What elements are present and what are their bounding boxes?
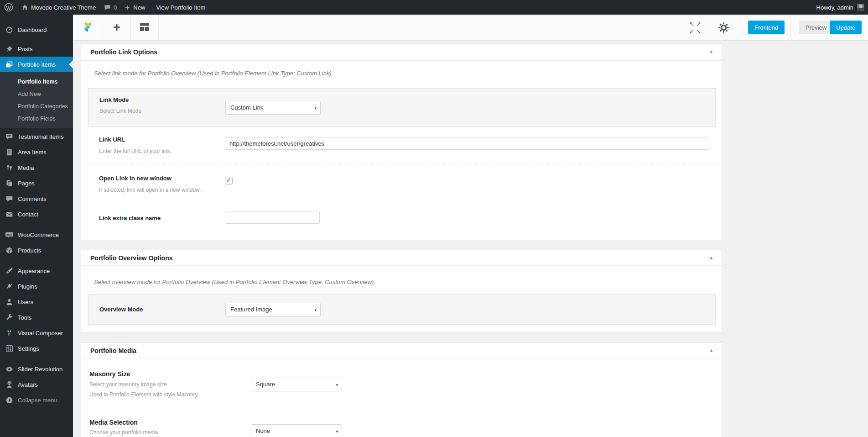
sidebar-item-collapse-menu[interactable]: Collapse menu bbox=[0, 392, 73, 408]
media-selection-hint: Choose your portfolio media. bbox=[89, 429, 159, 436]
sidebar-item-avatars[interactable]: Avatars bbox=[0, 377, 73, 392]
layout-template-icon bbox=[140, 23, 150, 33]
main-content: + ↖ ↗ ↙ ↘ Frontend Preview Update Portfo… bbox=[73, 15, 868, 437]
link-url-input[interactable] bbox=[225, 137, 708, 150]
sidebar-item-slider-revolution[interactable]: Slider Revolution bbox=[0, 361, 73, 377]
howdy-label: Howdy, admin bbox=[816, 4, 853, 11]
preview-button[interactable]: Preview bbox=[799, 21, 833, 34]
portfolio-submenu: Portfolio Items Add New Portfolio Catego… bbox=[0, 72, 73, 128]
submenu-portfolio-categories[interactable]: Portfolio Categories bbox=[0, 100, 73, 112]
sidebar-item-comments[interactable]: Comments bbox=[0, 191, 73, 206]
submenu-add-new[interactable]: Add New bbox=[0, 88, 73, 100]
collapse-arrow-icon[interactable]: ▲ bbox=[709, 348, 713, 353]
expand-arrow-tl-icon: ↖ bbox=[688, 21, 695, 28]
cube-icon bbox=[5, 246, 14, 255]
sidebar-item-woocommerce[interactable]: Woo WooCommerce bbox=[0, 227, 73, 242]
sidebar-item-settings[interactable]: Settings bbox=[0, 341, 73, 356]
collapse-arrow-icon[interactable]: ▲ bbox=[709, 49, 713, 54]
expand-arrow-tr-icon: ↗ bbox=[695, 21, 702, 28]
expand-arrow-br-icon: ↘ bbox=[695, 28, 702, 35]
panel-header[interactable]: Portfolio Media ▲ bbox=[81, 343, 722, 358]
new-menu[interactable]: + New bbox=[121, 0, 149, 15]
sidebar-item-media[interactable]: Media bbox=[0, 160, 73, 175]
extra-class-input[interactable] bbox=[225, 211, 320, 224]
sidebar-item-contact[interactable]: Contact bbox=[0, 206, 73, 222]
plus-icon: + bbox=[125, 4, 130, 11]
comment-bubble-icon bbox=[104, 4, 111, 11]
media-selection-select[interactable]: None ▾ bbox=[251, 424, 342, 437]
panel-description: Select overview mode for Portfolio Overv… bbox=[94, 279, 375, 285]
pages-icon bbox=[5, 179, 14, 188]
account-menu[interactable]: Howdy, admin bbox=[816, 0, 864, 15]
wordpress-logo-icon bbox=[4, 3, 13, 12]
sidebar-item-pages[interactable]: Pages bbox=[0, 175, 73, 191]
dropdown-arrow-icon: ▾ bbox=[336, 378, 338, 392]
sidebar-item-testimonial-items[interactable]: Testimonial Items bbox=[0, 129, 73, 144]
admin-bar: Movedo Creative Theme 0 + New View Portf… bbox=[0, 0, 868, 15]
media-selection-label: Media Selection bbox=[89, 419, 138, 426]
link-mode-select[interactable]: Custom Link ▾ bbox=[225, 101, 321, 115]
expand-arrow-bl-icon: ↙ bbox=[688, 28, 695, 35]
overview-mode-select[interactable]: Featured Image ▾ bbox=[225, 303, 321, 316]
submenu-portfolio-items[interactable]: Portfolio Items bbox=[0, 75, 73, 88]
wordpress-logo-menu[interactable] bbox=[0, 0, 17, 15]
toolbar-separator bbox=[745, 15, 745, 41]
portfolio-icon bbox=[5, 60, 14, 69]
new-label: New bbox=[133, 4, 145, 11]
dropdown-arrow-icon: ▾ bbox=[314, 101, 317, 115]
add-element-button[interactable]: + bbox=[103, 15, 131, 41]
sidebar-item-products[interactable]: Products bbox=[0, 242, 73, 258]
sidebar-item-appearance[interactable]: Appearance bbox=[0, 263, 73, 279]
media-icon bbox=[5, 163, 14, 172]
comments-menu[interactable]: 0 bbox=[100, 0, 121, 15]
admin-sidebar: Dashboard Posts Portfolio Items Portfoli… bbox=[0, 15, 73, 437]
sidebar-item-visual-composer[interactable]: Visual Composer bbox=[0, 325, 73, 341]
sidebar-item-portfolio-items[interactable]: Portfolio Items bbox=[0, 57, 73, 72]
open-new-window-hint: If selected, link will open in a new win… bbox=[99, 187, 201, 193]
panel-title: Portfolio Overview Options bbox=[90, 254, 172, 262]
dropdown-arrow-icon: ▾ bbox=[314, 303, 317, 317]
panel-title: Portfolio Media bbox=[90, 347, 136, 354]
dashboard-icon bbox=[5, 25, 14, 34]
update-button[interactable]: Update bbox=[830, 21, 862, 34]
portfolio-media-panel: Portfolio Media ▲ Masonry Size Select yo… bbox=[81, 342, 722, 437]
comments-icon bbox=[5, 194, 14, 203]
slider-revolution-icon bbox=[5, 364, 14, 374]
masonry-size-select[interactable]: Square ▾ bbox=[251, 378, 342, 391]
portfolio-overview-options-panel: Portfolio Overview Options ▲ Select over… bbox=[81, 250, 722, 332]
envelope-icon bbox=[5, 210, 14, 219]
visual-composer-icon bbox=[5, 328, 14, 337]
row-separator bbox=[88, 164, 716, 164]
sidebar-item-dashboard[interactable]: Dashboard bbox=[0, 22, 73, 37]
testimonial-icon bbox=[5, 132, 14, 141]
panel-description: Select link mode for Portfolio Overview … bbox=[94, 70, 333, 77]
sidebar-item-tools[interactable]: Tools bbox=[0, 310, 73, 325]
masonry-size-label: Masonry Size bbox=[89, 370, 130, 378]
settings-gear-button[interactable] bbox=[718, 22, 729, 35]
fullscreen-button[interactable]: ↖ ↗ ↙ ↘ bbox=[688, 21, 704, 35]
panel-header[interactable]: Portfolio Overview Options ▲ bbox=[81, 250, 722, 266]
submenu-portfolio-fields[interactable]: Portfolio Fields bbox=[0, 112, 73, 125]
collapse-arrow-icon[interactable]: ▲ bbox=[709, 255, 713, 260]
sidebar-item-posts[interactable]: Posts bbox=[0, 41, 73, 57]
open-new-window-checkbox[interactable]: ✓ bbox=[225, 177, 233, 184]
templates-button[interactable] bbox=[131, 15, 159, 41]
sidebar-item-plugins[interactable]: Plugins bbox=[0, 279, 73, 294]
sidebar-item-area-items[interactable]: Area Items bbox=[0, 144, 73, 160]
visual-composer-logo-button[interactable] bbox=[73, 15, 103, 41]
panel-header[interactable]: Portfolio Link Options ▲ bbox=[81, 44, 722, 61]
document-icon bbox=[5, 147, 14, 157]
comment-count: 0 bbox=[114, 4, 117, 11]
site-menu[interactable]: Movedo Creative Theme bbox=[17, 0, 100, 15]
view-portfolio-item-link[interactable]: View Portfolio Item bbox=[149, 0, 209, 15]
visual-composer-logo-icon bbox=[81, 20, 95, 35]
svg-text:Woo: Woo bbox=[6, 233, 12, 236]
portfolio-link-options-panel: Portfolio Link Options ▲ Select link mod… bbox=[81, 43, 722, 240]
sidebar-item-users[interactable]: Users bbox=[0, 294, 73, 310]
home-icon bbox=[21, 4, 28, 11]
link-mode-row: Link Mode Select Link Mode Custom Link ▾ bbox=[88, 88, 716, 127]
panel-title: Portfolio Link Options bbox=[90, 48, 157, 56]
avatar bbox=[857, 4, 864, 11]
frontend-button[interactable]: Frontend bbox=[748, 21, 785, 34]
link-mode-hint: Select Link Mode bbox=[99, 108, 141, 114]
